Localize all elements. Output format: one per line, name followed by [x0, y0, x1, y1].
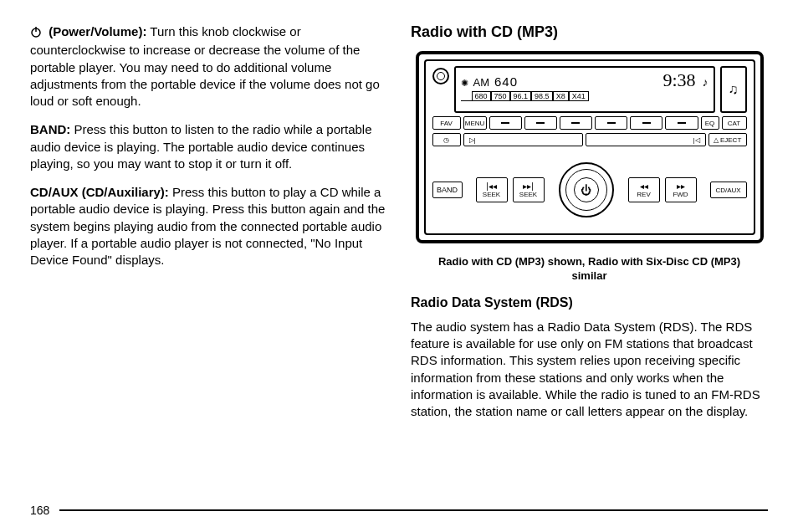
lcd-frequency: 640 [494, 74, 518, 89]
lcd-band: AM [473, 76, 490, 89]
heading-radio-with-cd: Radio with CD (MP3) [411, 23, 768, 41]
preset-4: 98.5 [531, 91, 553, 101]
lcd-preset-row: 680 750 96.1 98.5 X8 X41 [461, 91, 708, 101]
next-track-icon: ▷| [469, 136, 476, 144]
fwd-button[interactable]: ▸▸ FWD [665, 177, 697, 202]
page-number: 168 [30, 504, 49, 517]
para-band: BAND: Press this button to listen to the… [30, 121, 387, 172]
small-knob-left[interactable] [432, 68, 449, 84]
seek-fwd-button[interactable]: ▸▸| SEEK [513, 177, 545, 202]
term-band: BAND: [30, 122, 70, 136]
menu-button[interactable]: MENU [463, 116, 487, 130]
preset-slot-5[interactable] [630, 116, 662, 130]
button-row-2: ◷ ▷| |◁ △ EJECT [432, 133, 747, 146]
preset-5: X8 [553, 91, 569, 101]
power-icon: ⏻ [581, 184, 591, 197]
para-power-volume: (Power/Volume): Turn this knob clockwise… [30, 23, 387, 110]
preset-slot-3[interactable] [560, 116, 592, 130]
alarm-icon: ♪ [703, 75, 708, 89]
dash-icon [571, 122, 580, 124]
page-footer: 168 [30, 504, 768, 517]
radio-bezel-inner: ✺ AM 640 9:38 ♪ 680 750 [424, 59, 755, 235]
radio-bezel-outer: ✺ AM 640 9:38 ♪ 680 750 [416, 51, 764, 243]
dash-icon [536, 122, 545, 124]
para-rds: The audio system has a Radio Data System… [411, 319, 768, 421]
note-icon: ♫ [729, 82, 739, 97]
clock-icon: ◷ [443, 136, 449, 144]
preset-1: 680 [472, 91, 491, 101]
sun-icon: ✺ [461, 78, 468, 89]
preset-slot-4[interactable] [595, 116, 627, 130]
rev-button[interactable]: ◂◂ REV [628, 177, 660, 202]
left-column: (Power/Volume): Turn this knob clockwise… [30, 23, 387, 500]
seek-back-icon: |◂◂ [486, 182, 497, 191]
button-row-1: FAV MENU EQ CAT [432, 116, 747, 130]
text-band: Press this button to listen to the radio… [30, 122, 372, 171]
lcd-clock: 9:38 [662, 69, 695, 91]
eject-button[interactable]: △ EJECT [708, 133, 747, 146]
seek-fwd-icon: ▸▸| [523, 182, 534, 191]
preset-3: 96.1 [510, 91, 532, 101]
term-power-volume: (Power/Volume): [49, 24, 146, 38]
footer-rule [59, 509, 768, 511]
prev-track-icon: |◁ [693, 136, 699, 144]
power-icon [30, 25, 42, 42]
lcd-top-line: ✺ AM 640 9:38 ♪ [461, 69, 708, 91]
track-next-long[interactable]: ▷| [463, 133, 584, 146]
cd-aux-button[interactable]: CD/AUX [710, 182, 747, 198]
dash-icon [607, 122, 616, 124]
para-cdaux: CD/AUX (CD/Auxiliary): Press this button… [30, 184, 387, 269]
dash-icon [642, 122, 651, 124]
dash-icon [501, 122, 509, 124]
clock-set-button[interactable]: ◷ [432, 133, 461, 146]
preset-2: 750 [491, 91, 510, 101]
preset-slot-1[interactable] [489, 116, 522, 130]
display-row: ✺ AM 640 9:38 ♪ 680 750 [432, 66, 747, 113]
music-note-button[interactable]: ♫ [720, 66, 747, 113]
control-row: BAND |◂◂ SEEK ▸▸| SEEK ⏻ [432, 151, 747, 228]
right-column: Radio with CD (MP3) ✺ AM 640 [411, 23, 768, 500]
eq-button[interactable]: EQ [701, 116, 719, 130]
cat-button[interactable]: CAT [722, 116, 747, 130]
preset-6: X41 [569, 91, 589, 101]
figure-caption: Radio with CD (MP3) shown, Radio with Si… [427, 255, 751, 284]
heading-rds: Radio Data System (RDS) [411, 295, 768, 310]
preset-slot-6[interactable] [665, 116, 698, 130]
fav-button[interactable]: FAV [432, 116, 461, 130]
fwd-icon: ▸▸ [677, 182, 685, 191]
preset-slot-2[interactable] [524, 116, 557, 130]
dash-icon [678, 122, 686, 124]
power-volume-knob[interactable]: ⏻ [559, 162, 614, 217]
radio-figure: ✺ AM 640 9:38 ♪ 680 750 [411, 51, 768, 243]
track-prev-long[interactable]: |◁ [586, 133, 706, 146]
rev-icon: ◂◂ [640, 182, 648, 191]
lcd-display: ✺ AM 640 9:38 ♪ 680 750 [454, 66, 715, 113]
band-button[interactable]: BAND [432, 182, 463, 198]
term-cdaux: CD/AUX (CD/Auxiliary): [30, 185, 169, 199]
seek-back-button[interactable]: |◂◂ SEEK [476, 177, 508, 202]
